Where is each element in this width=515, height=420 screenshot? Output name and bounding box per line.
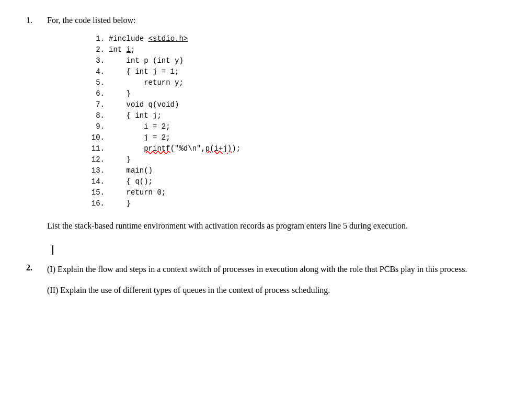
q1-number: 1. <box>26 16 47 232</box>
line-num-3: 3. <box>89 55 105 66</box>
code-line-4: 4. { int j = 1; <box>89 66 489 77</box>
text-cursor <box>52 245 53 255</box>
line-num-5: 5. <box>89 77 105 88</box>
line-num-7: 7. <box>89 99 105 110</box>
q2-number: 2. <box>26 263 47 305</box>
code-text-5: return y; <box>109 77 184 88</box>
code-line-12: 12. } <box>89 154 489 165</box>
code-line-11: 11. printf("%d\n",p(i+j)); <box>89 143 489 154</box>
code-line-14: 14. { q(); <box>89 176 489 187</box>
q1-title: For, the code listed below: <box>47 16 489 25</box>
code-text-12: } <box>109 154 131 165</box>
line-num-16: 16. <box>89 198 105 209</box>
code-text-4: { int j = 1; <box>109 66 179 77</box>
code-line-7: 7. void q(void) <box>89 99 489 110</box>
code-text-15: return 0; <box>109 187 166 198</box>
q2-part1-label: (I) <box>47 265 55 274</box>
code-i: i <box>127 46 131 54</box>
question-2-block: 2. (I) Explain the flow and steps in a c… <box>26 263 489 305</box>
code-text-16: } <box>109 198 131 209</box>
code-include: #include <box>109 35 148 43</box>
code-line-10: 10. j = 2; <box>89 132 489 143</box>
line-num-11: 11. <box>89 143 105 154</box>
q2-content: (I) Explain the flow and steps in a cont… <box>47 263 489 305</box>
code-line-9: 9. i = 2; <box>89 121 489 132</box>
code-text-11: printf("%d\n",p(i+j)); <box>109 143 241 154</box>
line-num-4: 4. <box>89 66 105 77</box>
question-1-block: 1. For, the code listed below: 1. #inclu… <box>26 16 489 232</box>
code-line-2: 2. int i; <box>89 44 489 55</box>
q1-body: List the stack-based runtime environment… <box>47 220 489 232</box>
code-block: 1. #include <stdio.h> 2. int i; 3. int p… <box>89 33 489 209</box>
code-line-5: 5. return y; <box>89 77 489 88</box>
code-text-14: { q(); <box>109 176 153 187</box>
code-printf: printf <box>144 144 170 153</box>
line-num-13: 13. <box>89 165 105 176</box>
code-stdio: <stdio.h> <box>148 35 188 43</box>
line-num-15: 15. <box>89 187 105 198</box>
q1-content: For, the code listed below: 1. #include … <box>47 16 489 232</box>
code-p-call: p(i+j) <box>205 144 232 153</box>
line-num-12: 12. <box>89 154 105 165</box>
q2-part1: (I) Explain the flow and steps in a cont… <box>47 263 489 276</box>
line-num-2: 2. <box>89 44 105 55</box>
code-text-6: } <box>109 88 131 99</box>
line-num-10: 10. <box>89 132 105 143</box>
code-text-2: int i; <box>109 44 135 55</box>
code-line-8: 8. { int j; <box>89 110 489 121</box>
q2-part2-body: Explain the use of different types of qu… <box>60 286 330 294</box>
cursor-area <box>52 245 489 255</box>
q2-part2-label: (II) <box>47 286 58 294</box>
q2-part1-body: Explain the flow and steps in a context … <box>58 265 467 274</box>
code-text-1: #include <stdio.h> <box>109 33 188 44</box>
code-text-9: i = 2; <box>109 121 170 132</box>
q2-part2: (II) Explain the use of different types … <box>47 284 489 297</box>
line-num-6: 6. <box>89 88 105 99</box>
code-text-8: { int j; <box>109 110 162 121</box>
code-text-10: j = 2; <box>109 132 170 143</box>
code-line-1: 1. #include <stdio.h> <box>89 33 489 44</box>
code-line-16: 16. } <box>89 198 489 209</box>
line-num-8: 8. <box>89 110 105 121</box>
code-text-13: main() <box>109 165 153 176</box>
line-num-1: 1. <box>89 33 105 44</box>
code-text-7: void q(void) <box>109 99 179 110</box>
line-num-14: 14. <box>89 176 105 187</box>
code-text-3: int p (int y) <box>109 55 184 66</box>
code-line-6: 6. } <box>89 88 489 99</box>
code-line-13: 13. main() <box>89 165 489 176</box>
code-line-3: 3. int p (int y) <box>89 55 489 66</box>
code-line-15: 15. return 0; <box>89 187 489 198</box>
line-num-9: 9. <box>89 121 105 132</box>
